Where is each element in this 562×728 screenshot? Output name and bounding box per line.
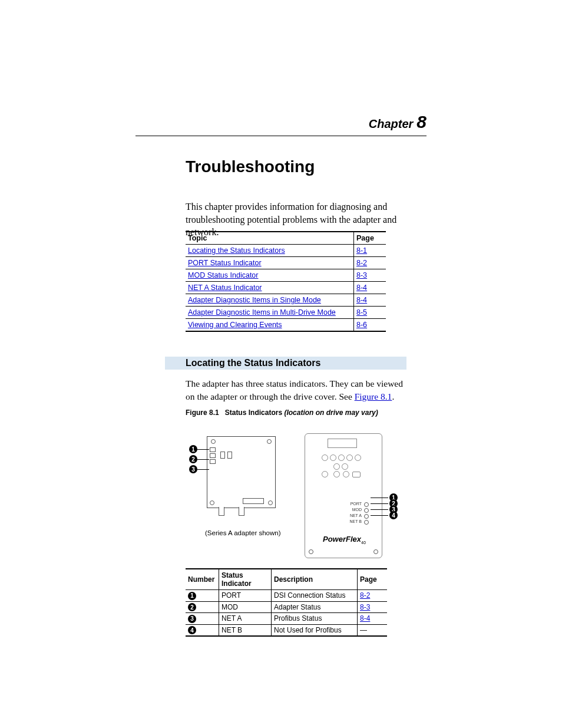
screw-icon [211, 439, 216, 444]
leader-line [197, 459, 209, 460]
leader-line [371, 498, 388, 498]
led-icon [364, 502, 369, 507]
dip-switch-icon [220, 452, 225, 459]
header-rule [135, 136, 427, 136]
leader-line [371, 515, 388, 516]
leader-line [371, 503, 388, 504]
button-icon [352, 472, 361, 477]
tab-icon [219, 507, 224, 516]
topics-header-page: Page [354, 232, 386, 245]
led-label-netb: NET B [344, 519, 362, 523]
adapter-note: (Series A adapter shown) [205, 529, 281, 536]
status-indicator-cell: PORT [219, 590, 272, 602]
screw-icon [373, 549, 378, 554]
figure-note: (location on drive may vary) [284, 409, 378, 417]
topics-row: Viewing and Clearing Events8-6 [186, 319, 386, 332]
led-icon [364, 514, 369, 519]
topics-row: Locating the Status Indicators8-1 [186, 245, 386, 257]
button-icon [333, 463, 340, 470]
page-link[interactable]: 8-4 [356, 296, 367, 304]
led-icon [364, 520, 369, 525]
figure-ref-link[interactable]: Figure 8.1 [355, 391, 392, 401]
status-desc-cell: DSI Connection Status [272, 590, 358, 602]
button-icon [322, 454, 328, 461]
figure-label: Figure 8.1 [186, 409, 219, 417]
topics-row: PORT Status Indicator8-2 [186, 257, 386, 269]
topic-link[interactable]: Viewing and Clearing Events [188, 321, 282, 329]
figure-title: Status Indicators [225, 409, 282, 417]
callout-3-icon: 3 [189, 465, 197, 473]
section-text: The adapter has three status indicators.… [186, 377, 409, 403]
section-text-post: . [392, 391, 394, 401]
topic-link[interactable]: PORT Status Indicator [188, 259, 262, 267]
topic-link[interactable]: Locating the Status Indicators [188, 246, 285, 255]
leader-line [197, 449, 209, 450]
topics-header-topic: Topic [186, 232, 354, 245]
status-desc-cell: Adapter Status [272, 601, 358, 613]
callout-3-icon: 3 [188, 615, 196, 623]
led-icon [210, 447, 216, 452]
adapter-illustration [207, 436, 276, 508]
page-link[interactable]: 8-6 [356, 321, 367, 329]
topics-row: MOD Status Indicator8-3 [186, 269, 386, 282]
page-link[interactable]: 8-2 [360, 591, 370, 599]
led-label-neta: NET A [344, 513, 362, 518]
screw-icon [267, 439, 272, 444]
chapter-word: Chapter [369, 117, 414, 130]
status-indicator-cell: NET A [219, 613, 272, 625]
status-row: 1 PORT DSI Connection Status 8-2 [186, 590, 387, 602]
connector-icon [243, 498, 264, 504]
status-header-page: Page [358, 569, 388, 590]
status-row: 2 MOD Adapter Status 8-3 [186, 601, 387, 613]
status-header-number: Number [186, 569, 219, 590]
page-link[interactable]: 8-2 [356, 259, 367, 267]
status-page-cell: — [358, 624, 388, 636]
screw-icon [268, 500, 273, 505]
topic-link[interactable]: Adapter Diagnostic Items in Single Mode [188, 296, 321, 304]
topic-link[interactable]: NET A Status Indicator [188, 284, 262, 292]
button-icon [333, 471, 340, 477]
chapter-label: Chapter8 [369, 112, 427, 132]
led-icon [210, 459, 216, 464]
leader-line [371, 509, 388, 510]
led-icon [364, 508, 369, 513]
topics-row: NET A Status Indicator8-4 [186, 282, 386, 294]
page-link[interactable]: 8-3 [360, 603, 370, 611]
button-icon [343, 471, 349, 477]
status-desc-cell: Not Used for Profibus [272, 624, 358, 636]
status-indicator-cell: NET B [219, 624, 272, 636]
status-row: 3 NET A Profibus Status 8-4 [186, 613, 387, 625]
topics-table: Topic Page Locating the Status Indicator… [186, 231, 386, 332]
led-label-port: PORT [344, 502, 362, 506]
callout-1-icon: 1 [188, 592, 196, 600]
button-icon [346, 454, 353, 461]
page-link[interactable]: 8-4 [360, 614, 370, 622]
topics-row: Adapter Diagnostic Items in Multi-Drive … [186, 307, 386, 319]
section-title: Locating the Status Indicators [186, 357, 320, 370]
status-indicator-table: Number Status Indicator Description Page… [186, 568, 387, 637]
status-header-indicator: Status Indicator [219, 569, 272, 590]
topics-row: Adapter Diagnostic Items in Single Mode8… [186, 294, 386, 307]
leader-line [197, 469, 209, 470]
page-link[interactable]: 8-4 [356, 284, 367, 292]
button-icon [330, 454, 336, 461]
page-title: Troubleshooting [186, 157, 315, 176]
page-link[interactable]: 8-1 [356, 246, 367, 255]
status-header-description: Description [272, 569, 358, 590]
status-indicator-cell: MOD [219, 601, 272, 613]
topic-link[interactable]: Adapter Diagnostic Items in Multi-Drive … [188, 308, 336, 317]
status-desc-cell: Profibus Status [272, 613, 358, 625]
led-label-mod: MOD [344, 508, 362, 512]
figure-caption: Figure 8.1 Status Indicators (location o… [186, 409, 378, 417]
button-icon [355, 454, 361, 461]
callout-1-icon: 1 [189, 445, 197, 453]
led-icon [210, 453, 216, 458]
topic-link[interactable]: MOD Status Indicator [188, 271, 259, 279]
page-link[interactable]: 8-5 [356, 308, 367, 317]
dip-switch-icon [227, 452, 232, 459]
button-icon [342, 463, 348, 470]
drive-illustration: PORT MOD NET A NET B PowerFlex40 [305, 433, 382, 558]
callout-4-icon: 4 [188, 626, 196, 634]
page-link[interactable]: 8-3 [356, 271, 367, 279]
button-icon [338, 454, 345, 461]
